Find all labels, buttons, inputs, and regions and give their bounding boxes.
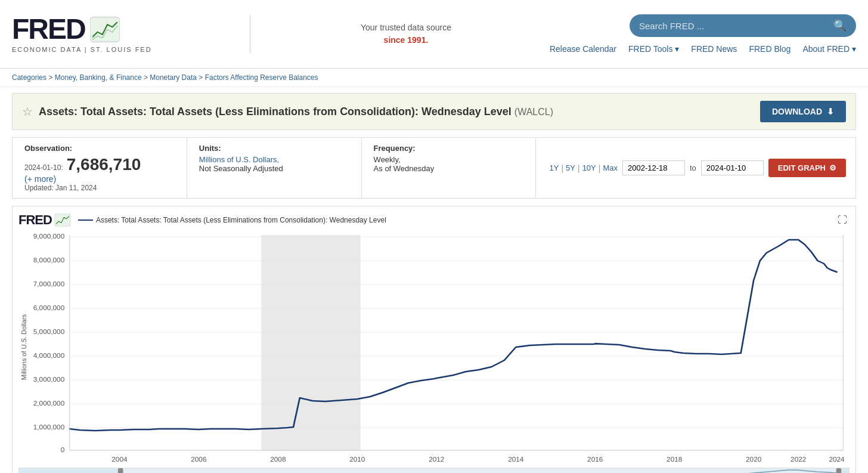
- date-from-input[interactable]: [622, 160, 685, 175]
- metadata-row: Observation: 2024-01-10: 7,686,710 (+ mo…: [12, 137, 856, 199]
- gear-icon: ⚙: [829, 163, 836, 172]
- chart-legend: Assets: Total Assets: Total Assets (Less…: [78, 216, 386, 224]
- chart-area: 9,000,000 8,000,000 7,000,000 6,000,000 …: [18, 228, 850, 466]
- fullscreen-button[interactable]: ⛶: [835, 214, 850, 227]
- svg-text:2004: 2004: [111, 456, 127, 463]
- logo-subtitle: ECONOMIC DATA | ST. LOUIS FED: [12, 46, 152, 53]
- svg-text:8,000,000: 8,000,000: [33, 256, 64, 264]
- logo-image: FRED: [12, 15, 120, 44]
- svg-text:2010: 2010: [349, 456, 365, 463]
- date-controls: 1Y | 5Y | 10Y | Max to EDIT GRAPH ⚙: [536, 138, 855, 198]
- series-id: (WALCL): [514, 107, 553, 117]
- search-bar[interactable]: 🔍: [630, 14, 856, 37]
- period-5y[interactable]: 5Y: [566, 163, 575, 172]
- svg-text:7,000,000: 7,000,000: [33, 280, 64, 287]
- date-to-input[interactable]: [701, 160, 764, 175]
- nav-fred-tools[interactable]: FRED Tools ▾: [628, 44, 679, 54]
- tagline: Your trusted data source since 1991.: [262, 21, 550, 47]
- svg-text:6,000,000: 6,000,000: [33, 304, 64, 311]
- tagline-line1: Your trusted data source: [262, 21, 550, 34]
- svg-text:2016: 2016: [587, 456, 603, 463]
- edit-graph-button[interactable]: EDIT GRAPH ⚙: [768, 159, 846, 177]
- search-nav-area: 🔍 Release Calendar FRED Tools ▾ FRED New…: [550, 14, 856, 54]
- observation-date: 2024-01-10:: [24, 163, 63, 172]
- svg-text:2020: 2020: [746, 456, 761, 463]
- favorite-star-icon[interactable]: ☆: [22, 104, 33, 119]
- fred-logo-text: FRED: [12, 15, 85, 44]
- svg-rect-40: [836, 468, 842, 473]
- svg-text:3,000,000: 3,000,000: [33, 376, 64, 383]
- series-title: Assets: Total Assets: Total Assets (Less…: [39, 106, 553, 118]
- period-buttons: 1Y | 5Y | 10Y | Max: [550, 163, 618, 173]
- units-link1[interactable]: Millions of U.S. Dollars,: [199, 155, 279, 164]
- observation-more[interactable]: (+ more): [24, 174, 175, 184]
- chart-container: FRED Assets: Total Assets: Total Assets …: [12, 206, 856, 473]
- svg-rect-39: [118, 468, 123, 473]
- chevron-down-icon: ▾: [675, 44, 679, 54]
- search-input[interactable]: [639, 21, 833, 31]
- svg-text:1,000,000: 1,000,000: [33, 423, 64, 431]
- nav-links: Release Calendar FRED Tools ▾ FRED News …: [550, 44, 856, 54]
- breadcrumb-money-banking[interactable]: Money, Banking, & Finance: [55, 73, 142, 82]
- observation-label: Observation:: [24, 144, 175, 153]
- breadcrumb-factors[interactable]: Factors Affecting Reserve Balances: [205, 73, 318, 82]
- svg-text:Millions of U.S. Dollars: Millions of U.S. Dollars: [20, 314, 27, 380]
- frequency-value2: As of Wednesday: [374, 164, 524, 173]
- legend-line-color: [78, 220, 93, 221]
- download-button[interactable]: DOWNLOAD ⬇: [760, 101, 846, 122]
- chart-legend-label: Assets: Total Assets: Total Assets (Less…: [96, 216, 386, 224]
- svg-text:2008: 2008: [270, 456, 286, 463]
- period-10y[interactable]: 10Y: [582, 163, 596, 172]
- range-svg: 2005 2010 2015 2020: [19, 468, 849, 473]
- units-label: Units:: [199, 144, 349, 153]
- breadcrumb: Categories > Money, Banking, & Finance >…: [0, 69, 868, 87]
- page-header: FRED ECONOMIC DATA | ST. LOUIS FED Your …: [0, 0, 868, 69]
- svg-text:2022: 2022: [790, 456, 806, 463]
- chart-svg: 9,000,000 8,000,000 7,000,000 6,000,000 …: [18, 228, 850, 466]
- svg-text:2018: 2018: [666, 456, 682, 463]
- period-max[interactable]: Max: [603, 163, 618, 172]
- chart-fred-logo: FRED: [18, 212, 71, 228]
- svg-text:2024: 2024: [829, 456, 844, 463]
- svg-text:2,000,000: 2,000,000: [33, 400, 64, 407]
- logo-area: FRED ECONOMIC DATA | ST. LOUIS FED: [12, 15, 250, 53]
- svg-text:0: 0: [61, 446, 65, 453]
- nav-release-calendar[interactable]: Release Calendar: [550, 44, 616, 54]
- frequency-value1: Weekly,: [374, 155, 524, 164]
- fred-chart-icon: [90, 16, 120, 43]
- svg-text:4,000,000: 4,000,000: [33, 352, 64, 359]
- main-content: ☆ Assets: Total Assets: Total Assets (Le…: [0, 87, 868, 473]
- frequency-section: Frequency: Weekly, As of Wednesday: [362, 138, 537, 198]
- tagline-line2: since 1991.: [262, 34, 550, 47]
- nav-fred-news[interactable]: FRED News: [691, 44, 737, 54]
- download-icon: ⬇: [827, 107, 834, 116]
- series-title-left: ☆ Assets: Total Assets: Total Assets (Le…: [22, 104, 553, 119]
- breadcrumb-categories[interactable]: Categories: [12, 73, 46, 82]
- svg-rect-23: [261, 235, 360, 450]
- chevron-down-icon-about: ▾: [852, 44, 856, 54]
- svg-text:5,000,000: 5,000,000: [33, 328, 64, 335]
- units-value2: Not Seasonally Adjusted: [199, 164, 349, 173]
- nav-fred-blog[interactable]: FRED Blog: [749, 44, 790, 54]
- svg-rect-41: [123, 468, 836, 473]
- observation-value: 7,686,710: [67, 155, 141, 174]
- frequency-label: Frequency:: [374, 144, 524, 153]
- period-1y[interactable]: 1Y: [550, 163, 559, 172]
- svg-text:2006: 2006: [191, 456, 206, 463]
- series-title-bar: ☆ Assets: Total Assets: Total Assets (Le…: [12, 93, 856, 130]
- chart-fred-icon: [54, 214, 71, 227]
- breadcrumb-monetary-data[interactable]: Monetary Data: [150, 73, 197, 82]
- updated-date: Updated: Jan 11, 2024: [24, 184, 175, 192]
- observation-section: Observation: 2024-01-10: 7,686,710 (+ mo…: [13, 138, 187, 198]
- range-selector[interactable]: 2005 2010 2015 2020: [18, 468, 850, 473]
- svg-text:2012: 2012: [429, 456, 444, 463]
- nav-about-fred[interactable]: About FRED ▾: [802, 44, 856, 54]
- svg-text:9,000,000: 9,000,000: [33, 233, 64, 240]
- units-section: Units: Millions of U.S. Dollars, Not Sea…: [187, 138, 362, 198]
- search-button[interactable]: 🔍: [833, 19, 847, 32]
- svg-text:2014: 2014: [508, 456, 523, 463]
